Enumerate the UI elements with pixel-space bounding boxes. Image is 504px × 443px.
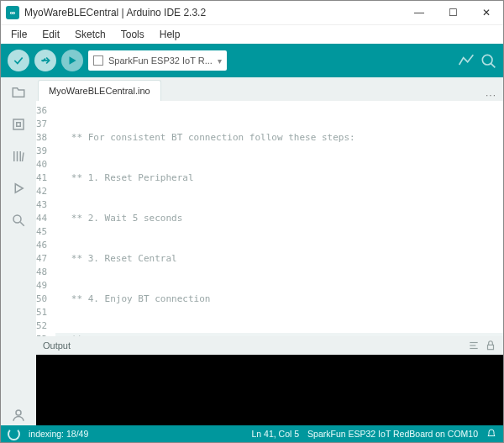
menu-edit[interactable]: Edit	[35, 27, 66, 42]
maximize-button[interactable]: ☐	[436, 1, 470, 24]
line-gutter: 3637383940414243444546474849505152535455…	[36, 101, 55, 336]
menu-file[interactable]: File	[4, 27, 34, 42]
svg-rect-17	[488, 345, 494, 349]
spinner-icon	[8, 428, 20, 440]
tab-overflow-icon[interactable]: ···	[486, 89, 496, 101]
window-title: MyoWareBLECentral | Arduino IDE 2.3.2	[24, 7, 402, 18]
minimize-button[interactable]: —	[402, 1, 436, 24]
status-bar: indexing: 18/49 Ln 41, Col 5 SparkFun ES…	[1, 425, 503, 442]
debug-button[interactable]	[61, 50, 83, 71]
activity-bar	[1, 77, 36, 425]
svg-rect-5	[17, 123, 21, 127]
sketchbook-icon[interactable]	[8, 82, 29, 103]
serial-monitor-icon[interactable]	[480, 52, 496, 69]
output-lock-icon[interactable]	[485, 340, 496, 351]
account-icon[interactable]	[8, 405, 29, 425]
output-title: Output	[43, 340, 71, 351]
app-icon: ∞	[6, 6, 19, 19]
close-button[interactable]: ✕	[470, 1, 503, 24]
toolbar: SparkFun ESP32 IoT R... ▾	[1, 44, 503, 77]
notifications-icon[interactable]	[486, 429, 496, 439]
serial-plotter-icon[interactable]	[458, 52, 475, 69]
svg-line-12	[20, 222, 24, 226]
svg-line-3	[491, 63, 495, 67]
status-board: SparkFun ESP32 IoT RedBoard on COM10	[307, 429, 478, 439]
svg-point-2	[482, 55, 492, 65]
menu-help[interactable]: Help	[153, 27, 187, 42]
output-panel[interactable]	[36, 355, 503, 425]
output-header: Output	[36, 336, 503, 355]
svg-point-11	[13, 215, 21, 223]
menu-bar: File Edit Sketch Tools Help	[1, 25, 503, 44]
editor-tabs: MyoWareBLECentral.ino ···	[36, 77, 503, 101]
svg-rect-4	[13, 119, 24, 129]
search-icon[interactable]	[8, 210, 29, 230]
library-manager-icon[interactable]	[8, 146, 29, 166]
svg-line-9	[23, 153, 24, 162]
chevron-down-icon: ▾	[218, 56, 222, 66]
svg-point-13	[16, 410, 21, 415]
boards-manager-icon[interactable]	[8, 114, 29, 134]
status-cursor: Ln 41, Col 5	[251, 429, 299, 439]
current-line: **	[55, 333, 503, 336]
code-editor[interactable]: 3637383940414243444546474849505152535455…	[36, 101, 503, 336]
output-align-icon[interactable]	[468, 340, 480, 351]
board-selector[interactable]: SparkFun ESP32 IoT R... ▾	[88, 50, 227, 71]
svg-marker-1	[70, 56, 76, 64]
tab-file[interactable]: MyoWareBLECentral.ino	[38, 80, 161, 101]
board-name: SparkFun ESP32 IoT R...	[108, 55, 213, 66]
upload-button[interactable]	[34, 50, 56, 71]
menu-tools[interactable]: Tools	[114, 27, 151, 42]
code-area[interactable]: ** For consistent BT connection follow t…	[55, 101, 503, 336]
verify-button[interactable]	[8, 50, 29, 71]
menu-sketch[interactable]: Sketch	[68, 27, 113, 42]
title-bar: ∞ MyoWareBLECentral | Arduino IDE 2.3.2 …	[1, 1, 503, 25]
board-connected-icon	[93, 55, 103, 66]
status-indexing: indexing: 18/49	[29, 429, 88, 439]
tab-label: MyoWareBLECentral.ino	[49, 86, 150, 96]
debug-icon[interactable]	[8, 178, 29, 198]
svg-marker-10	[15, 184, 23, 193]
